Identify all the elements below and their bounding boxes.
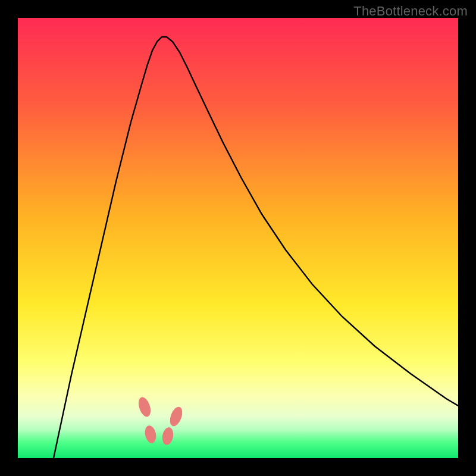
gradient-background xyxy=(18,18,458,458)
watermark-text: TheBottleneck.com xyxy=(353,4,468,19)
chart-svg xyxy=(18,18,458,458)
plot-area xyxy=(18,18,458,458)
chart-frame: TheBottleneck.com xyxy=(0,0,476,476)
